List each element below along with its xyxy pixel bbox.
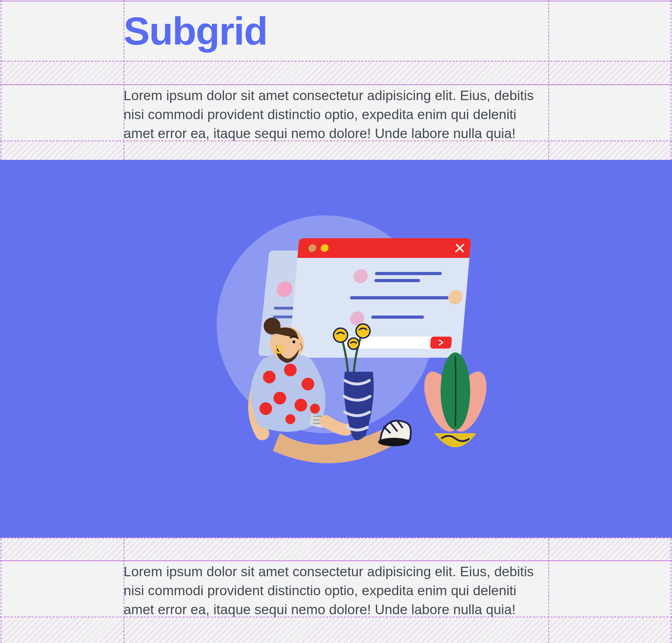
intro-paragraph: Lorem ipsum dolor sit amet consectetur a… (124, 86, 548, 143)
svg-rect-15 (350, 296, 449, 299)
grid-gap-hatch (0, 141, 672, 160)
svg-point-29 (295, 399, 307, 411)
svg-point-31 (310, 404, 320, 414)
svg-point-26 (284, 364, 297, 376)
grid-gap-hatch (0, 61, 672, 84)
body-paragraph: Lorem ipsum dolor sit amet consectetur a… (124, 562, 548, 619)
svg-point-39 (348, 338, 359, 349)
svg-rect-14 (374, 279, 420, 282)
page-title: Subgrid (124, 0, 548, 52)
grid-gap-hatch (0, 538, 672, 560)
svg-point-24 (378, 438, 410, 446)
svg-point-37 (334, 328, 348, 342)
svg-point-38 (356, 324, 370, 338)
svg-point-25 (263, 371, 276, 383)
svg-point-27 (302, 378, 314, 390)
svg-rect-13 (375, 272, 442, 275)
grid-gap-hatch (0, 617, 672, 643)
hero-illustration (160, 191, 512, 507)
paragraph-row-1: Lorem ipsum dolor sit amet consectetur a… (124, 86, 548, 143)
page-root: Subgrid Lorem ipsum dolor sit amet conse… (0, 0, 672, 643)
svg-point-32 (285, 414, 295, 424)
svg-point-30 (259, 402, 272, 415)
svg-rect-18 (371, 316, 424, 319)
svg-point-28 (274, 392, 286, 404)
svg-point-35 (292, 340, 295, 343)
hero-illustration-block (0, 160, 672, 538)
paragraph-row-2: Lorem ipsum dolor sit amet consectetur a… (124, 562, 548, 619)
svg-rect-20 (430, 337, 452, 349)
heading-row: Subgrid (124, 0, 548, 52)
